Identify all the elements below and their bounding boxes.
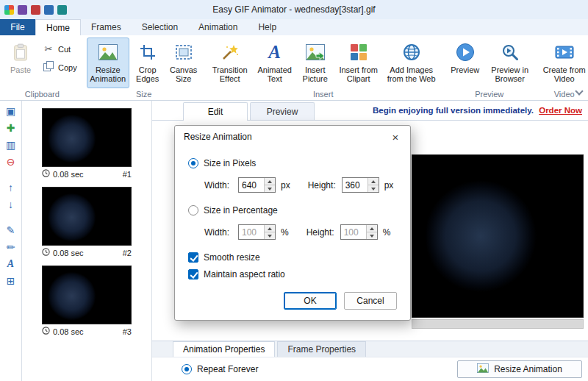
resize-animation-shortcut-button[interactable]: Resize Animation [457,360,582,378]
spinner-up-icon[interactable] [368,178,379,185]
spinner-arrows [368,178,379,192]
close-icon[interactable]: × [381,126,410,148]
height-label: Height: [306,227,340,238]
width-label: Width: [204,180,238,190]
play-icon [456,41,475,63]
height-percent-input[interactable] [341,225,366,239]
order-now-link[interactable]: Order Now [539,106,582,115]
export-icon[interactable] [31,5,40,15]
dialog-title-bar[interactable]: Resize Animation × [175,126,410,148]
crop-edges-button[interactable]: Crop Edges [131,38,165,88]
file-menu-button[interactable]: File [0,19,35,35]
repeat-forever-label: Repeat Forever [197,364,258,374]
canvas-scrollbar[interactable] [412,319,584,329]
size-in-percentage-option[interactable]: Size in Percentage [188,205,397,216]
frame-thumbnail[interactable] [42,187,132,246]
quick-access-toolbar [4,5,67,15]
maintain-aspect-checkbox[interactable] [188,269,198,279]
tab-edit[interactable]: Edit [183,102,248,121]
workspace-panel: Edit Preview Begin enjoying full version… [152,101,588,381]
canvas-size-button[interactable]: Canvas Size [166,38,201,88]
save-icon[interactable] [18,5,27,15]
repeat-forever-option[interactable]: Repeat Forever [182,364,258,374]
ok-button[interactable]: OK [284,292,337,310]
paste-button[interactable]: Paste [4,38,37,88]
frame-thumbnail[interactable] [42,266,132,324]
smooth-resize-option[interactable]: Smooth resize [188,252,397,263]
preview-label: Preview [451,65,479,74]
spinner-down-icon[interactable] [265,185,275,192]
grid-view-icon[interactable]: ⊞ [7,275,15,287]
height-percent-spinner [340,224,378,240]
open-icon[interactable] [44,5,54,15]
width-unit: px [281,180,290,190]
properties-tabs: Animation Properties Frame Properties [152,341,588,357]
insert-from-clipart-button[interactable]: Insert from Clipart [335,38,382,88]
tab-frames[interactable]: Frames [81,19,132,35]
preview-in-browser-button[interactable]: Preview in Browser [487,38,534,88]
tab-preview[interactable]: Preview [250,102,315,120]
smooth-resize-checkbox[interactable] [188,252,198,263]
tab-animation-properties[interactable]: Animation Properties [173,341,275,357]
spinner-up-icon[interactable] [265,225,275,232]
spinner-up-icon[interactable] [265,178,275,185]
size-in-pixels-option[interactable]: Size in Pixels [188,158,397,168]
move-frame-up-icon[interactable]: ↑ [8,182,13,193]
spinner-up-icon[interactable] [367,225,377,232]
frame-list-item[interactable]: 0.08 sec #2 [42,187,132,257]
height-unit: % [383,227,391,238]
undo-icon[interactable] [57,5,67,15]
tab-home[interactable]: Home [35,19,81,36]
spinner-down-icon[interactable] [367,232,377,239]
frame-list-item[interactable]: 0.08 sec #3 [42,266,132,336]
group-label-preview: Preview [445,89,534,100]
edit-frame-icon[interactable]: ✎ [7,224,15,236]
width-pixels-spinner [238,177,276,193]
tab-frame-properties[interactable]: Frame Properties [277,341,366,357]
cut-button[interactable]: ✂ Cut [38,40,82,57]
create-from-video-button[interactable]: Create from Video [539,38,588,88]
spinner-down-icon[interactable] [368,185,379,192]
cancel-button[interactable]: Cancel [344,292,397,310]
text-tool-icon[interactable]: A [7,258,14,270]
preview-button[interactable]: Preview [445,38,485,88]
add-frame-icon[interactable]: ✚ [7,122,15,134]
draw-tool-icon[interactable]: ✏ [7,241,15,253]
animation-canvas[interactable] [412,154,584,318]
copy-icon [43,60,54,74]
tab-selection[interactable]: Selection [132,19,188,35]
repeat-forever-radio[interactable] [182,364,192,374]
paste-label: Paste [10,65,31,74]
transition-effect-button[interactable]: Transition Effect [207,38,253,88]
cut-icon: ✂ [43,43,54,54]
add-images-from-web-button[interactable]: Add Images from the Web [384,38,440,88]
width-pixels-input[interactable] [239,178,264,192]
height-pixels-input[interactable] [343,178,368,192]
globe-icon [403,41,420,63]
spinner-down-icon[interactable] [265,232,275,239]
width-percent-input[interactable] [239,225,264,239]
frame-duration: 0.08 sec [53,170,84,179]
copy-button[interactable]: Copy [38,57,82,77]
frame-list-item[interactable]: 0.08 sec #1 [42,108,132,179]
animated-text-button[interactable]: A Animated Text [254,38,295,88]
duplicate-frame-icon[interactable]: ▥ [6,139,15,151]
export-frame-icon[interactable]: ▣ [6,105,15,117]
insert-picture-button[interactable]: Insert Picture [297,38,334,88]
maintain-aspect-option[interactable]: Maintain aspect ratio [188,269,397,279]
frame-thumbnail[interactable] [42,108,132,167]
group-label-insert: Insert [207,89,440,100]
height-label: Height: [308,180,342,190]
resize-animation-label: Resize Animation [89,65,127,83]
resize-animation-button[interactable]: Resize Animation [87,38,129,88]
size-in-percentage-radio[interactable] [188,205,198,216]
size-in-pixels-radio[interactable] [188,158,198,168]
delete-frame-icon[interactable]: ⊖ [7,156,15,168]
properties-bar: Repeat Forever Resize Animation [152,357,588,381]
dialog-body: Size in Pixels Width: px [175,148,410,320]
tab-help[interactable]: Help [248,19,287,35]
height-pixels-spinner [342,177,379,193]
magic-wand-icon [221,41,239,63]
move-frame-down-icon[interactable]: ↓ [8,199,13,210]
tab-animation[interactable]: Animation [188,19,248,35]
